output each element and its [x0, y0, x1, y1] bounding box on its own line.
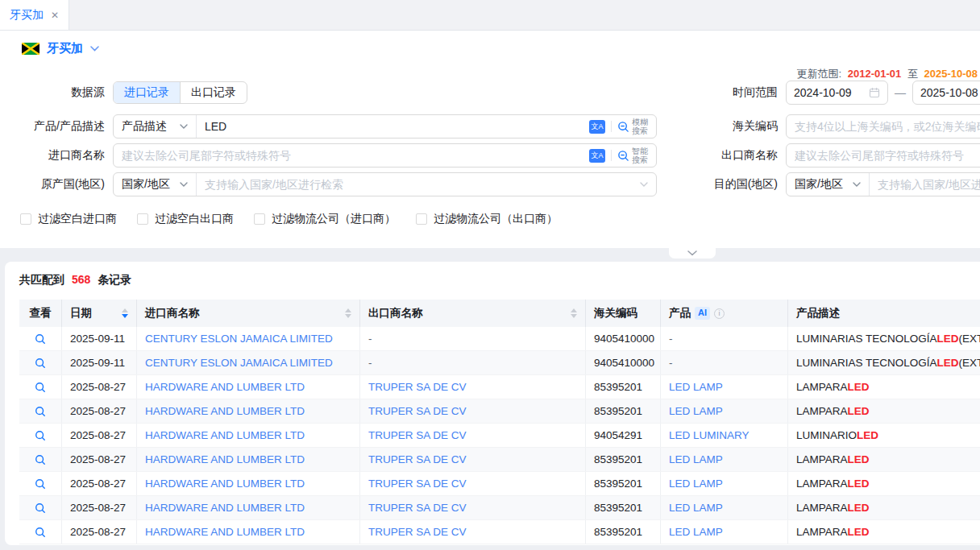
date-end-input[interactable]: 2025-10-08 [912, 81, 980, 105]
description-cell: LUMINARIAS TECNOLOGÍA LED (EXT... [788, 327, 980, 350]
checkbox-filter-logistics-exporter[interactable]: 过滤物流公司（出口商） [416, 212, 558, 226]
view-button[interactable] [35, 406, 46, 417]
chevron-down-icon [640, 182, 648, 187]
product-cell[interactable]: LED LUMINARY [661, 424, 788, 447]
exporter-cell[interactable]: TRUPER SA DE CV [360, 375, 586, 399]
view-button[interactable] [35, 430, 46, 441]
view-button[interactable] [35, 358, 46, 369]
product-cell[interactable]: LED LAMP [661, 520, 788, 544]
exporter-cell[interactable]: TRUPER SA DE CV [360, 520, 586, 544]
importer-cell[interactable]: HARDWARE AND LUMBER LTD [137, 472, 360, 495]
summary-suffix: 条记录 [98, 273, 131, 286]
importer-cell[interactable]: CENTURY ESLON JAMAICA LIMITED [137, 351, 360, 374]
date-end-value: 2025-10-08 [920, 86, 980, 99]
checkbox-filter-logistics-importer[interactable]: 过滤物流公司（进口商） [254, 212, 396, 226]
update-range-end: 2025-10-08 [924, 68, 978, 80]
smart-search-button[interactable]: 智能搜索 [617, 147, 656, 164]
exporter-cell[interactable]: TRUPER SA DE CV [360, 472, 586, 495]
date-cell: 2025-08-27 [62, 520, 137, 544]
hs-code-cell: 85395201 [586, 375, 661, 399]
checkbox-icon [416, 213, 427, 225]
hs-code-cell: 85395201 [586, 448, 661, 471]
exporter-input[interactable] [786, 143, 980, 167]
tab-import-records[interactable]: 进口记录 [114, 82, 180, 103]
view-search-icon [35, 527, 46, 538]
highlighted-term: LED [848, 453, 870, 465]
product-cell[interactable]: LED LAMP [661, 375, 788, 399]
product-field-select[interactable]: 产品描述 [114, 115, 197, 138]
update-range-label: 更新范围: [797, 68, 842, 80]
view-search-icon [35, 478, 46, 490]
destination-input[interactable] [870, 178, 980, 191]
origin-input[interactable] [197, 178, 640, 191]
importer-cell[interactable]: HARDWARE AND LUMBER LTD [137, 448, 360, 471]
product-cell[interactable]: LED LAMP [661, 448, 788, 471]
exporter-cell[interactable]: TRUPER SA DE CV [360, 424, 586, 447]
view-button[interactable] [35, 527, 46, 538]
importer-cell[interactable]: CENTURY ESLON JAMAICA LIMITED [137, 327, 360, 350]
table-row: 2025-08-27HARDWARE AND LUMBER LTDTRUPER … [19, 496, 980, 520]
checkbox-icon [20, 213, 31, 225]
importer-cell[interactable]: HARDWARE AND LUMBER LTD [137, 375, 360, 399]
importer-cell[interactable]: HARDWARE AND LUMBER LTD [137, 496, 360, 519]
product-input[interactable] [197, 120, 589, 133]
exporter-label: 出口商名称 [691, 148, 778, 163]
view-search-icon [35, 333, 46, 345]
fuzzy-search-button[interactable]: 模糊搜索 [617, 118, 656, 135]
importer-search-group: 文A 智能搜索 [113, 143, 657, 167]
table-row: 2025-09-11CENTURY ESLON JAMAICA LIMITED-… [19, 327, 980, 351]
country-selector[interactable]: 牙买加 [22, 41, 99, 56]
view-button[interactable] [35, 333, 46, 345]
translate-icon[interactable]: 文A [589, 120, 605, 134]
table-header: 查看 日期 进口商名称 出口商名称 海关编码 产品 [19, 300, 980, 327]
view-search-icon [35, 406, 46, 417]
chevron-down-icon [687, 250, 697, 256]
sort-icons[interactable] [345, 308, 351, 318]
importer-cell[interactable]: HARDWARE AND LUMBER LTD [137, 399, 360, 423]
destination-label: 目的国(地区) [691, 177, 778, 192]
view-button[interactable] [35, 502, 46, 514]
translate-icon[interactable]: 文A [589, 149, 605, 163]
exporter-cell[interactable]: TRUPER SA DE CV [360, 448, 586, 471]
view-button[interactable] [35, 454, 46, 465]
importer-cell[interactable]: HARDWARE AND LUMBER LTD [137, 520, 360, 544]
product-cell[interactable]: LED LAMP [661, 496, 788, 519]
hs-code-input[interactable] [786, 114, 980, 139]
product-cell[interactable]: LED LAMP [661, 399, 788, 423]
destination-select[interactable]: 国家/地区 [787, 173, 870, 196]
checkbox-filter-blank-importer[interactable]: 过滤空白进口商 [20, 212, 117, 226]
importer-input[interactable] [114, 149, 589, 162]
search-mode-label: 模糊搜索 [632, 118, 649, 135]
view-cell [19, 424, 62, 447]
close-icon[interactable]: ✕ [51, 10, 59, 20]
view-button[interactable] [35, 382, 46, 393]
checkbox-icon [137, 213, 148, 225]
collapse-panel-button[interactable] [669, 248, 716, 258]
exporter-cell[interactable]: TRUPER SA DE CV [360, 399, 586, 423]
update-range-start: 2012-01-01 [848, 68, 902, 80]
sort-icons[interactable] [122, 308, 128, 318]
checkbox-filter-blank-exporter[interactable]: 过滤空白出口商 [137, 212, 234, 226]
tab-export-records[interactable]: 出口记录 [180, 82, 247, 103]
data-source-toggle: 进口记录 出口记录 [113, 81, 247, 104]
product-cell[interactable]: LED LAMP [661, 472, 788, 495]
product-cell: - [661, 351, 788, 374]
column-label: 海关编码 [594, 306, 637, 320]
importer-cell[interactable]: HARDWARE AND LUMBER LTD [137, 424, 360, 447]
column-header-view: 查看 [19, 300, 62, 327]
column-header-description: 产品描述 [788, 300, 980, 327]
highlighted-term: LED [848, 405, 870, 417]
info-icon[interactable]: i [714, 308, 725, 319]
column-header-importer[interactable]: 进口商名称 [137, 300, 360, 327]
results-table: 查看 日期 进口商名称 出口商名称 海关编码 产品 [19, 300, 980, 544]
exporter-cell[interactable]: TRUPER SA DE CV [360, 496, 586, 519]
tab-jamaica[interactable]: 牙买加 ✕ [0, 0, 69, 30]
column-header-exporter[interactable]: 出口商名称 [360, 300, 586, 327]
date-start-value: 2024-10-09 [794, 86, 869, 99]
table-row: 2025-08-27HARDWARE AND LUMBER LTDTRUPER … [19, 448, 980, 472]
column-header-date[interactable]: 日期 [62, 300, 137, 327]
sort-icons[interactable] [571, 308, 577, 318]
origin-select[interactable]: 国家/地区 [114, 173, 197, 196]
view-button[interactable] [35, 478, 46, 490]
date-start-input[interactable]: 2024-10-09 [786, 81, 888, 105]
